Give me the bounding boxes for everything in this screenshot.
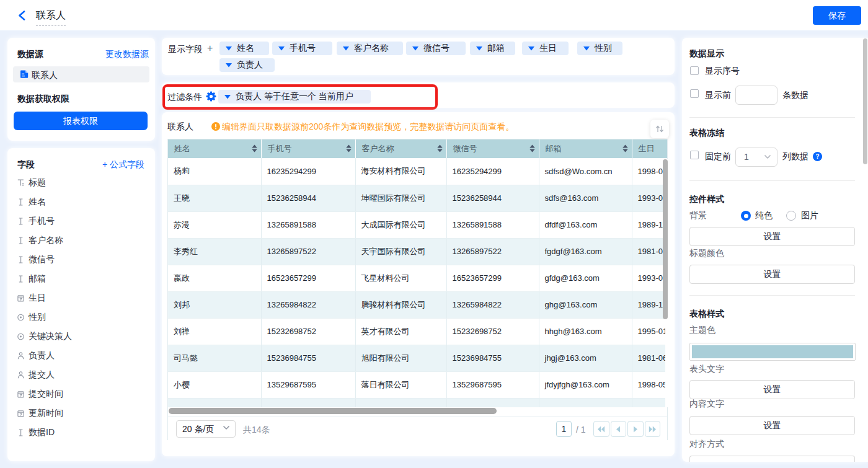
svg-text:?: ?: [815, 153, 819, 160]
